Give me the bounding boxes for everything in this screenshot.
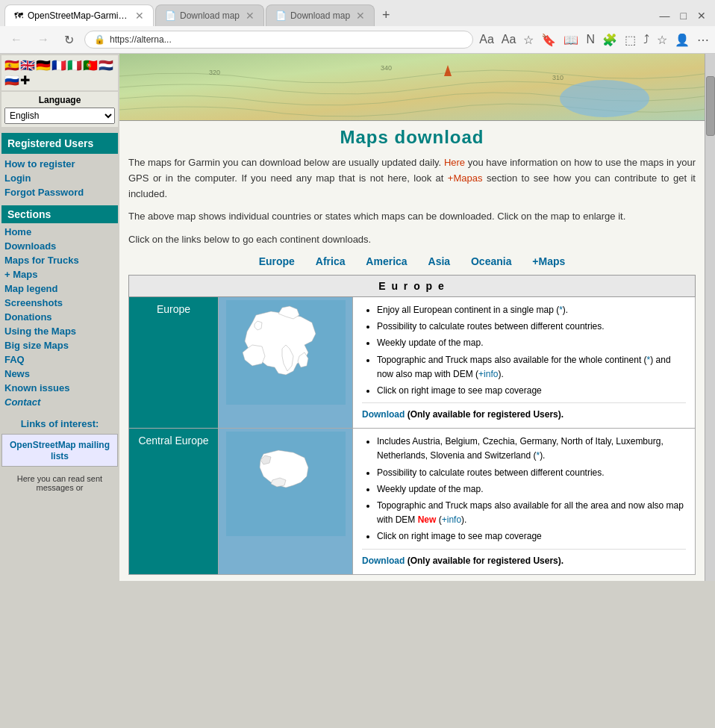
profile-icon[interactable]: 👤 <box>675 33 690 47</box>
flag-other[interactable]: ✚ <box>20 73 30 87</box>
language-select-box: Language English Español Français Deutsc… <box>1 92 118 127</box>
flag-es[interactable]: 🇪🇸 <box>4 58 19 72</box>
central-europe-feature-3: Weekly update of the map. <box>377 482 686 497</box>
sidebar-link-forgot[interactable]: Forgot Password <box>1 185 118 199</box>
table-row-europe: Europe <box>129 296 696 428</box>
immersive-reader-icon[interactable]: 📖 <box>563 33 578 47</box>
main-area: 320 340 310 Maps download The maps for G… <box>119 54 705 581</box>
europe-feature-1: Enjoy all European continent in a single… <box>377 303 686 317</box>
maximize-button[interactable]: □ <box>676 10 691 22</box>
flag-fr[interactable]: 🇫🇷 <box>51 58 66 72</box>
central-europe-name: Central Europe <box>138 435 208 447</box>
flag-de[interactable]: 🇩🇪 <box>36 58 51 72</box>
mapas-link[interactable]: +Mapas <box>448 172 483 184</box>
europe-asterisk-1[interactable]: * <box>559 305 563 315</box>
collections-icon[interactable]: 🔖 <box>541 33 556 47</box>
svg-point-4 <box>560 80 649 117</box>
sidebar-item-using[interactable]: Using the Maps <box>1 324 118 338</box>
settings-icon[interactable]: ⋯ <box>697 33 709 47</box>
sidebar: 🇪🇸 🇬🇧 🇩🇪 🇫🇷 🇮🇹 🇵🇹 🇳🇱 🇷🇺 ✚ Language Engli… <box>0 54 119 581</box>
share-icon[interactable]: ⤴ <box>643 33 649 46</box>
continent-link-america[interactable]: America <box>366 255 407 267</box>
sidebar-item-legend[interactable]: Map legend <box>1 281 118 296</box>
web-capture-icon[interactable]: ⬚ <box>625 33 636 47</box>
tab-3-close[interactable]: ✕ <box>356 10 365 22</box>
europe-asterisk-2[interactable]: * <box>647 355 651 365</box>
tab-2-close[interactable]: ✕ <box>246 10 255 22</box>
favorites-icon[interactable]: ☆ <box>523 33 534 47</box>
list-item-screenshots: Screenshots <box>1 296 118 310</box>
flag-ru[interactable]: 🇷🇺 <box>4 73 19 87</box>
sidebar-link-login[interactable]: Login <box>1 171 118 185</box>
scrollbar[interactable] <box>705 54 715 581</box>
sidebar-item-news[interactable]: News <box>1 367 118 381</box>
minimize-button[interactable]: — <box>655 10 675 22</box>
sidebar-item-faq[interactable]: FAQ <box>1 352 118 367</box>
europe-info-link[interactable]: +info <box>478 369 498 379</box>
lock-icon: 🔒 <box>94 34 105 45</box>
central-europe-info-link[interactable]: +info <box>442 514 461 525</box>
europe-feature-2: Possibility to calculate routes between … <box>377 320 686 334</box>
osm-link-box: OpenStreetMap mailing lists <box>1 434 118 467</box>
sidebar-item-home[interactable]: Home <box>1 225 118 239</box>
tab-3-favicon: 📄 <box>275 10 286 21</box>
tab-1-close[interactable]: ✕ <box>135 10 144 22</box>
flag-it[interactable]: 🇮🇹 <box>67 58 82 72</box>
europe-download-link[interactable]: Download <box>362 409 405 420</box>
europe-download-suffix: (Only available for registered Users). <box>408 409 563 420</box>
flag-gb[interactable]: 🇬🇧 <box>20 58 35 72</box>
sidebar-item-screenshots[interactable]: Screenshots <box>1 296 118 310</box>
central-europe-download-suffix: (Only available for registered Users). <box>408 556 563 566</box>
forward-button[interactable]: → <box>33 31 54 48</box>
read-mode-icon[interactable]: Aa <box>479 33 494 46</box>
new-tab-button[interactable]: + <box>376 4 396 26</box>
flag-nl[interactable]: 🇳🇱 <box>99 58 113 72</box>
list-item-bigsize: Big size Maps <box>1 338 118 352</box>
registered-users-box: Registered Users <box>1 133 118 154</box>
onenote-icon[interactable]: N <box>586 33 595 46</box>
top-map-image[interactable]: 320 340 310 <box>119 54 705 121</box>
continent-link-africa[interactable]: Africa <box>316 255 346 267</box>
sidebar-note: Here you can read sent messages or <box>1 473 118 494</box>
europe-map-cell[interactable] <box>219 296 353 428</box>
here-link[interactable]: Here <box>444 157 465 168</box>
extension-icon[interactable]: 🧩 <box>602 33 617 47</box>
address-bar[interactable]: 🔒 https://alterna... <box>84 31 473 49</box>
tab-2[interactable]: 📄 Download map ✕ <box>155 4 264 26</box>
sidebar-link-register[interactable]: How to register <box>1 157 118 171</box>
region-table: E u r o p e Europe <box>128 275 696 575</box>
sidebar-item-known[interactable]: Known issues <box>1 381 118 395</box>
language-dropdown[interactable]: English Español Français Deutsch Italian… <box>4 108 115 124</box>
continent-link-europe[interactable]: Europe <box>259 255 295 267</box>
central-europe-download-link[interactable]: Download <box>362 556 405 566</box>
scroll-thumb[interactable] <box>706 76 715 136</box>
flag-pt[interactable]: 🇵🇹 <box>83 58 98 72</box>
page-content: 🇪🇸 🇬🇧 🇩🇪 🇫🇷 🇮🇹 🇵🇹 🇳🇱 🇷🇺 ✚ Language Engli… <box>0 54 715 581</box>
sidebar-item-donations[interactable]: Donations <box>1 310 118 324</box>
sidebar-item-contact[interactable]: Contact <box>1 395 118 409</box>
central-europe-info-cell: Includes Austria, Belgium, Czechia, Germ… <box>353 429 696 575</box>
sidebar-item-trucks[interactable]: Maps for Trucks <box>1 253 118 267</box>
read-aloud-icon[interactable]: Aа <box>502 33 516 46</box>
central-europe-asterisk[interactable]: * <box>536 450 540 461</box>
continent-link-asia[interactable]: Asia <box>428 255 451 267</box>
tab-3-title: Download map <box>290 10 350 21</box>
sidebar-item-downloads[interactable]: Downloads <box>1 239 118 253</box>
links-interest-title: Links of interest: <box>1 418 118 429</box>
close-button[interactable]: ✕ <box>693 10 711 22</box>
continent-link-oceania[interactable]: Oceania <box>471 255 511 267</box>
tab-1[interactable]: 🗺 OpenStreetMap-Garmin maps... ✕ <box>4 4 154 26</box>
refresh-button[interactable]: ↻ <box>60 31 78 49</box>
europe-map-svg <box>226 300 346 405</box>
back-button[interactable]: ← <box>6 31 27 48</box>
sidebar-item-bigsize[interactable]: Big size Maps <box>1 338 118 352</box>
osm-mailing-link[interactable]: OpenStreetMap mailing lists <box>10 440 110 461</box>
topographic-map-svg: 320 340 310 <box>119 54 705 121</box>
central-europe-map-svg <box>226 432 346 536</box>
central-europe-map-cell[interactable] <box>219 429 353 575</box>
sidebar-item-maps[interactable]: + Maps <box>1 267 118 281</box>
favorites-bar-icon[interactable]: ☆ <box>657 33 667 47</box>
tab-3[interactable]: 📄 Download map ✕ <box>266 4 375 26</box>
europe-feature-4: Topographic and Truck maps also availabl… <box>377 353 686 382</box>
continent-link-maps[interactable]: +Maps <box>532 255 565 267</box>
